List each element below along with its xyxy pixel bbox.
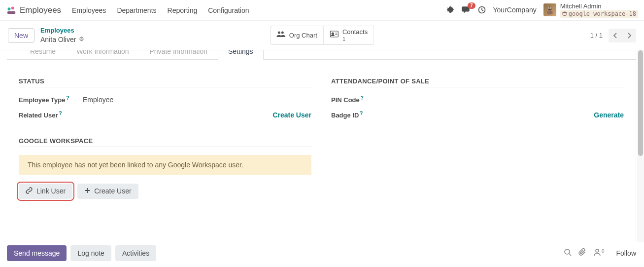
- svg-point-10: [281, 32, 283, 34]
- gw-alert: This employee has not yet been linked to…: [19, 155, 311, 175]
- right-column: ATTENDANCE/POINT OF SALE PIN Code? Badge…: [331, 77, 624, 199]
- related-user-label: Related User?: [19, 111, 83, 119]
- nav-reporting[interactable]: Reporting: [168, 6, 198, 14]
- gw-create-user-button[interactable]: Create User: [77, 184, 138, 199]
- badge-id-row: Badge ID? Generate: [331, 111, 624, 119]
- help-icon[interactable]: ?: [360, 111, 363, 116]
- user-name: Mitchell Admin: [560, 2, 638, 10]
- company-switcher[interactable]: YourCompany: [493, 6, 537, 14]
- app-title[interactable]: Employees: [20, 5, 61, 15]
- messages-badge: 7: [468, 2, 475, 9]
- plus-icon: [84, 187, 90, 195]
- log-note-button[interactable]: Log note: [70, 245, 111, 261]
- pager-prev[interactable]: [609, 29, 622, 42]
- nav-configuration[interactable]: Configuration: [208, 6, 249, 14]
- help-icon[interactable]: ?: [361, 95, 364, 101]
- pin-code-label: PIN Code?: [331, 95, 395, 104]
- follow-button[interactable]: Follow: [616, 249, 636, 257]
- svg-point-9: [277, 32, 280, 34]
- app-icon[interactable]: [6, 5, 17, 16]
- orgchart-button[interactable]: Org Chart: [270, 26, 324, 44]
- related-user-row: Related User? Create User: [19, 111, 311, 119]
- stat-buttons: Org Chart Contacts 1: [270, 26, 374, 44]
- employee-type-row: Employee Type? Employee: [19, 95, 311, 104]
- svg-point-12: [332, 33, 334, 35]
- user-menu[interactable]: Mitchell Admin google_workspace-18: [543, 2, 638, 18]
- bug-icon[interactable]: [446, 5, 455, 14]
- nav-right: 7 YourCompany Mitchell Admin google_work…: [446, 2, 639, 18]
- nav-employees[interactable]: Employees: [72, 6, 106, 14]
- svg-point-1: [11, 6, 14, 9]
- svg-point-8: [563, 12, 567, 13]
- svg-rect-2: [7, 11, 16, 14]
- messages-icon[interactable]: 7: [462, 5, 471, 14]
- tab-settings[interactable]: Settings: [218, 50, 264, 60]
- control-panel: New Employees Anita Oliver ⚙ Org Chart C…: [0, 21, 644, 50]
- new-button[interactable]: New: [8, 28, 34, 43]
- tab-work-information[interactable]: Work Information: [66, 50, 139, 60]
- pager-next[interactable]: [622, 29, 636, 42]
- avatar: [543, 3, 556, 16]
- svg-point-6: [548, 7, 550, 9]
- generate-link[interactable]: Generate: [594, 111, 624, 119]
- employee-type-value[interactable]: Employee: [83, 96, 311, 104]
- tab-private-information[interactable]: Private Information: [139, 50, 218, 60]
- top-nav: Employees Employees Departments Reportin…: [0, 0, 644, 21]
- gw-buttons: Link User Create User: [19, 184, 311, 199]
- pager-arrows: [609, 29, 636, 42]
- left-column: STATUS Employee Type? Employee Related U…: [19, 77, 311, 199]
- tabs: Resume Work Information Private Informat…: [7, 50, 636, 60]
- badge-id-label: Badge ID?: [331, 111, 395, 119]
- breadcrumb: Employees Anita Oliver ⚙: [40, 27, 84, 44]
- help-icon[interactable]: ?: [59, 111, 62, 116]
- chatter-icons: 0 Follow: [564, 248, 636, 258]
- google-workspace-title: GOOGLE WORKSPACE: [19, 137, 311, 147]
- attendance-title: ATTENDANCE/POINT OF SALE: [331, 77, 624, 87]
- create-user-link[interactable]: Create User: [272, 111, 311, 119]
- svg-point-16: [596, 249, 599, 252]
- chatter-bar: Send message Log note Activities 0 Follo…: [7, 242, 636, 264]
- db-badge: google_workspace-18: [560, 10, 638, 18]
- svg-point-7: [550, 7, 551, 9]
- activities-button[interactable]: Activities: [115, 245, 156, 261]
- pin-code-row: PIN Code?: [331, 95, 624, 104]
- scrollbar[interactable]: [637, 50, 644, 242]
- tab-resume[interactable]: Resume: [20, 50, 66, 60]
- send-message-button[interactable]: Send message: [7, 245, 67, 261]
- user-info: Mitchell Admin google_workspace-18: [560, 2, 638, 18]
- pager-text[interactable]: 1 / 1: [590, 32, 603, 39]
- link-user-button[interactable]: Link User: [19, 184, 72, 199]
- status-title: STATUS: [19, 77, 311, 87]
- svg-rect-5: [547, 11, 552, 14]
- help-icon[interactable]: ?: [66, 95, 69, 101]
- scrollbar-thumb[interactable]: [638, 50, 643, 156]
- form-sheet: Resume Work Information Private Informat…: [7, 50, 636, 242]
- breadcrumb-current: Anita Oliver ⚙: [40, 35, 84, 44]
- activities-icon[interactable]: [477, 5, 486, 14]
- nav-departments[interactable]: Departments: [117, 6, 156, 14]
- svg-rect-11: [330, 31, 338, 37]
- gear-icon[interactable]: ⚙: [79, 36, 84, 43]
- svg-point-15: [565, 249, 570, 254]
- search-icon[interactable]: [564, 248, 572, 258]
- breadcrumb-parent[interactable]: Employees: [40, 27, 84, 35]
- nav-items: Employees Departments Reporting Configur…: [72, 6, 249, 14]
- followers-icon[interactable]: 0: [593, 248, 605, 258]
- link-icon: [26, 187, 33, 195]
- contact-card-icon: [330, 31, 339, 39]
- svg-point-0: [7, 7, 10, 10]
- users-icon: [276, 31, 285, 39]
- employee-type-label: Employee Type?: [19, 95, 83, 104]
- contacts-button[interactable]: Contacts 1: [324, 26, 374, 44]
- attachment-icon[interactable]: [578, 248, 586, 258]
